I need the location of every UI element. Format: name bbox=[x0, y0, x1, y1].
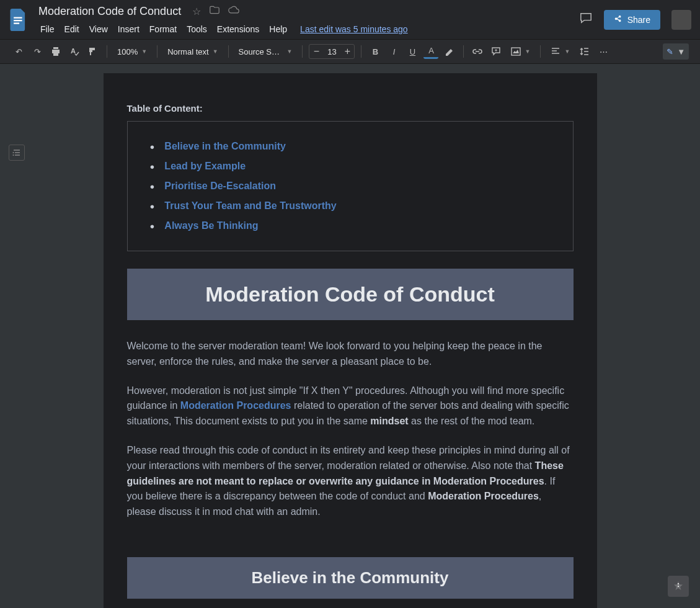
toc-item: ●Lead by Example bbox=[150, 156, 551, 176]
text-color-icon[interactable]: A bbox=[423, 44, 438, 59]
menu-file[interactable]: File bbox=[36, 22, 59, 37]
explore-fab[interactable] bbox=[668, 576, 689, 597]
toc-item: ●Believe in the Community bbox=[150, 136, 551, 156]
toc-link[interactable]: Trust Your Team and Be Trustworthy bbox=[164, 200, 336, 212]
toc-box: ●Believe in the Community ●Lead by Examp… bbox=[127, 121, 574, 251]
toolbar: ↶ ↷ A 100%▼ Normal text▼ Source San…▼ − … bbox=[0, 39, 700, 64]
share-button[interactable]: Share bbox=[604, 10, 660, 30]
cloud-status-icon[interactable] bbox=[228, 6, 239, 17]
font-size: − + bbox=[309, 44, 355, 59]
svg-text:A: A bbox=[71, 47, 76, 55]
move-icon[interactable] bbox=[210, 6, 219, 17]
image-insert-dropdown[interactable]: ▼ bbox=[507, 44, 534, 59]
title-area: Moderation Code of Conduct ☆ File Edit V… bbox=[31, 0, 570, 39]
paint-format-icon[interactable] bbox=[86, 44, 100, 59]
inline-link[interactable]: Moderation Procedures bbox=[180, 400, 291, 411]
menu-tools[interactable]: Tools bbox=[182, 22, 211, 37]
font-size-increase[interactable]: + bbox=[340, 46, 354, 57]
outline-toggle-icon[interactable] bbox=[9, 145, 25, 161]
menu-edit[interactable]: Edit bbox=[60, 22, 84, 37]
menu-help[interactable]: Help bbox=[265, 22, 291, 37]
comment-add-icon[interactable] bbox=[489, 44, 503, 59]
more-icon[interactable]: ⋯ bbox=[596, 44, 611, 59]
underline-icon[interactable]: U bbox=[405, 44, 420, 59]
spellcheck-icon[interactable]: A bbox=[67, 44, 82, 59]
toc-link[interactable]: Lead by Example bbox=[164, 161, 246, 172]
document-page[interactable]: Table of Content: ●Believe in the Commun… bbox=[104, 73, 597, 608]
paragraph: Please read through this code of conduct… bbox=[127, 443, 574, 520]
document-area[interactable]: Table of Content: ●Believe in the Commun… bbox=[0, 64, 700, 608]
font-dropdown[interactable]: Source San…▼ bbox=[235, 44, 296, 59]
menu-bar: File Edit View Insert Format Tools Exten… bbox=[36, 22, 570, 37]
editing-mode-dropdown[interactable]: ✎ ▼ bbox=[663, 43, 689, 60]
svg-rect-0 bbox=[14, 17, 22, 18]
svg-point-6 bbox=[13, 154, 14, 156]
svg-rect-1 bbox=[14, 20, 22, 21]
style-dropdown[interactable]: Normal text▼ bbox=[164, 44, 221, 59]
share-label: Share bbox=[627, 15, 650, 25]
svg-rect-4 bbox=[512, 48, 520, 55]
paragraph: However, moderation is not just simple "… bbox=[127, 383, 574, 429]
svg-rect-2 bbox=[14, 22, 19, 24]
toc-item: ●Prioritise De-Escalation bbox=[150, 176, 551, 196]
last-edit-link[interactable]: Last edit was 5 minutes ago bbox=[300, 24, 408, 34]
highlight-icon[interactable] bbox=[442, 44, 457, 59]
font-size-input[interactable] bbox=[323, 47, 340, 56]
line-spacing-icon[interactable] bbox=[577, 44, 592, 59]
header-bar: Moderation Code of Conduct ☆ File Edit V… bbox=[0, 0, 700, 39]
toc-link[interactable]: Prioritise De-Escalation bbox=[164, 181, 276, 192]
bold-icon[interactable]: B bbox=[368, 44, 383, 59]
document-title[interactable]: Moderation Code of Conduct bbox=[36, 4, 184, 19]
account-avatar[interactable] bbox=[671, 10, 691, 30]
menu-extensions[interactable]: Extensions bbox=[213, 22, 264, 37]
paragraph: Welcome to the server moderation team! W… bbox=[127, 339, 574, 370]
pencil-icon: ✎ bbox=[667, 47, 673, 56]
redo-icon[interactable]: ↷ bbox=[30, 44, 45, 59]
main-title-banner: Moderation Code of Conduct bbox=[127, 269, 574, 320]
star-icon[interactable]: ☆ bbox=[192, 6, 201, 17]
toc-item: ●Trust Your Team and Be Trustworthy bbox=[150, 196, 551, 216]
app-logo[interactable] bbox=[6, 0, 31, 39]
link-icon[interactable] bbox=[470, 44, 485, 59]
toc-item: ●Always Be Thinking bbox=[150, 216, 551, 236]
svg-point-5 bbox=[13, 152, 14, 153]
zoom-dropdown[interactable]: 100%▼ bbox=[113, 44, 151, 59]
body-text: Welcome to the server moderation team! W… bbox=[127, 339, 574, 520]
font-size-decrease[interactable]: − bbox=[309, 46, 323, 57]
toc-link[interactable]: Believe in the Community bbox=[164, 141, 286, 152]
menu-view[interactable]: View bbox=[85, 22, 112, 37]
section-banner: Believe in the Community bbox=[127, 557, 574, 599]
toc-title: Table of Content: bbox=[127, 103, 574, 114]
menu-insert[interactable]: Insert bbox=[113, 22, 144, 37]
align-dropdown[interactable]: ▼ bbox=[547, 44, 574, 59]
menu-format[interactable]: Format bbox=[145, 22, 181, 37]
print-icon[interactable] bbox=[48, 44, 63, 59]
toc-link[interactable]: Always Be Thinking bbox=[164, 220, 258, 231]
italic-icon[interactable]: I bbox=[386, 44, 401, 59]
undo-icon[interactable]: ↶ bbox=[11, 44, 26, 59]
comments-icon[interactable] bbox=[579, 12, 593, 27]
